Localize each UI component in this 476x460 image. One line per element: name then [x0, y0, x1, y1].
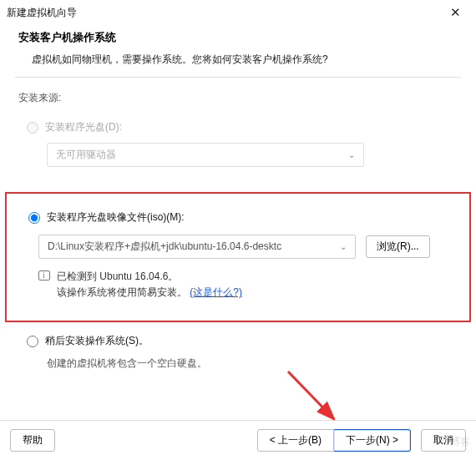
- browse-button[interactable]: 浏览(R)...: [366, 235, 430, 258]
- window-title: 新建虚拟机向导: [7, 6, 77, 20]
- detected-os-text: 已检测到 Ubuntu 16.04.6。: [57, 270, 178, 282]
- what-is-this-link[interactable]: (这是什么?): [190, 286, 242, 298]
- info-icon: [38, 270, 50, 281]
- iso-path-value: D:\Linux安装程序+虚拟机+jdk\ubuntu-16.04.6-desk…: [48, 240, 281, 254]
- source-label: 安装来源:: [18, 91, 459, 105]
- chevron-down-icon: ⌄: [340, 242, 347, 251]
- next-button[interactable]: 下一步(N) >: [334, 429, 411, 452]
- page-title: 安装客户机操作系统: [18, 30, 458, 45]
- chevron-down-icon: ⌄: [348, 150, 355, 159]
- back-button[interactable]: < 上一步(B): [257, 429, 334, 452]
- radio-iso-file[interactable]: [28, 212, 40, 224]
- install-later-desc: 创建的虚拟机将包含一个空白硬盘。: [47, 356, 459, 371]
- radio-install-later[interactable]: [27, 336, 38, 347]
- drive-dropdown-value: 无可用驱动器: [56, 148, 116, 162]
- cancel-button[interactable]: 取消: [421, 429, 466, 452]
- easy-install-text: 该操作系统将使用简易安装。: [57, 286, 187, 298]
- radio-iso-file-label: 安装程序光盘映像文件(iso)(M):: [47, 210, 185, 225]
- radio-installer-disc: [27, 122, 38, 134]
- close-icon[interactable]: ✕: [445, 5, 466, 20]
- help-button[interactable]: 帮助: [10, 429, 55, 452]
- iso-path-dropdown[interactable]: D:\Linux安装程序+虚拟机+jdk\ubuntu-16.04.6-desk…: [38, 235, 356, 259]
- page-description: 虚拟机如同物理机，需要操作系统。您将如何安装客户机操作系统?: [32, 52, 458, 67]
- radio-installer-disc-label: 安装程序光盘(D):: [45, 120, 122, 134]
- highlight-annotation: 安装程序光盘映像文件(iso)(M): D:\Linux安装程序+虚拟机+jdk…: [5, 192, 471, 322]
- drive-dropdown: 无可用驱动器 ⌄: [47, 143, 364, 167]
- radio-install-later-label: 稍后安装操作系统(S)。: [45, 334, 149, 348]
